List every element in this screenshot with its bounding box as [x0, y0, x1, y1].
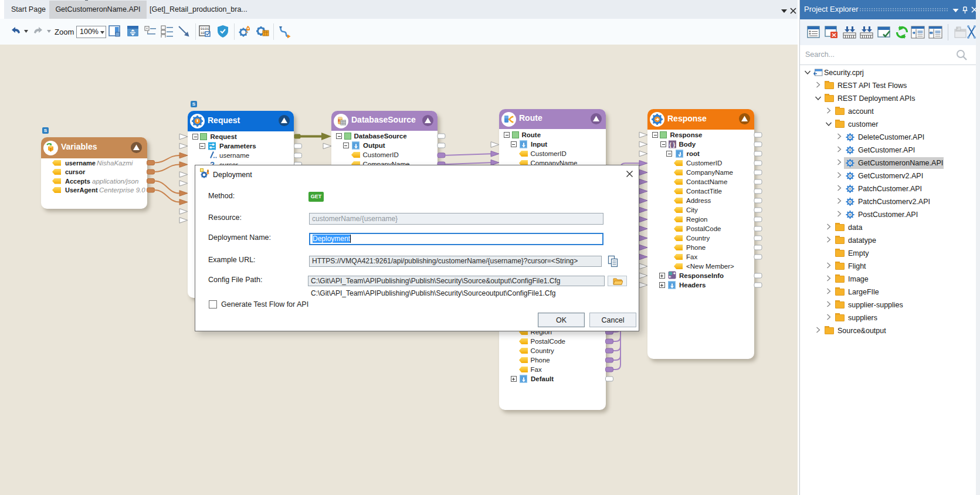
- svg-text:}: }: [673, 141, 675, 148]
- svg-text:{: {: [669, 141, 672, 148]
- svg-text:0101: 0101: [201, 27, 209, 31]
- svg-text:10: 10: [201, 31, 205, 35]
